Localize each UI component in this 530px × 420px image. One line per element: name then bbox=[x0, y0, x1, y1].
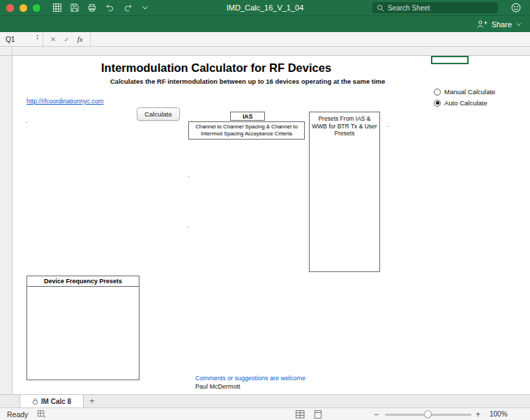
sheet-tab-im-calc-8[interactable]: IM Calc 8 bbox=[20, 395, 84, 407]
radio-off-icon bbox=[434, 89, 441, 96]
row-header-column bbox=[0, 56, 13, 394]
worksheet[interactable]: Intermodulation Calculator for RF Device… bbox=[0, 56, 530, 394]
radio-on-icon bbox=[434, 100, 441, 107]
comments-link[interactable]: Comments or suggestions are welcome bbox=[195, 375, 305, 382]
intermods-table bbox=[388, 126, 388, 127]
status-bar: Ready − + 100% bbox=[0, 407, 530, 420]
title-bar: IMD_Calc_16_V_1_04 Search Sheet bbox=[0, 0, 530, 15]
zoom-slider-thumb[interactable] bbox=[424, 410, 432, 418]
presets-caption: Presets From IAS & WWB for BTR Tx & User… bbox=[310, 112, 379, 137]
save-icon[interactable] bbox=[70, 3, 79, 12]
formula-bar: Q1 ▲▼ ✕ ✓ fx bbox=[0, 32, 530, 47]
excel-grid-icon[interactable] bbox=[53, 3, 61, 12]
manual-calculate-label: Manual Calculate bbox=[444, 88, 495, 96]
user-spacing-table bbox=[188, 177, 189, 177]
share-label: Share bbox=[492, 20, 512, 29]
page-subtitle: Calculates the RF intermodulation betwee… bbox=[110, 77, 385, 85]
ias-criteria-caption: Channel to Channel Spacing & Channel to … bbox=[188, 121, 305, 140]
share-chevron-down-icon bbox=[516, 22, 522, 27]
add-sheet-button[interactable]: + bbox=[89, 396, 95, 406]
close-button[interactable] bbox=[6, 4, 14, 12]
device-frequency-presets-panel: Device Frequency Presets bbox=[26, 276, 139, 380]
normal-view-icon[interactable] bbox=[296, 410, 305, 419]
select-all-corner[interactable] bbox=[0, 47, 13, 55]
enter-check-icon[interactable]: ✓ bbox=[63, 36, 69, 43]
ias-criteria-table bbox=[188, 139, 189, 140]
page-layout-view-icon[interactable] bbox=[314, 410, 322, 419]
share-person-icon bbox=[477, 20, 487, 29]
search-icon bbox=[377, 4, 384, 12]
toolbar-options-chevron-icon[interactable] bbox=[142, 4, 149, 11]
insert-function-icon[interactable]: fx bbox=[77, 35, 83, 43]
search-placeholder: Search Sheet bbox=[388, 4, 430, 12]
minimize-button[interactable] bbox=[20, 4, 27, 12]
device-frequencies-table bbox=[26, 122, 27, 123]
status-grid-icon bbox=[38, 410, 46, 419]
page-title: Intermodulation Calculator for RF Device… bbox=[101, 61, 331, 75]
min-spacing-table bbox=[188, 227, 189, 227]
auto-calculate-label: Auto Calculate bbox=[444, 99, 487, 107]
window-title: IMD_Calc_16_V_1_04 bbox=[227, 3, 304, 12]
status-ready-label: Ready bbox=[7, 410, 28, 419]
calculate-button[interactable]: Calculate bbox=[137, 107, 180, 121]
auto-calculate-radio[interactable]: Auto Calculate bbox=[434, 99, 487, 107]
ribbon-tab-bar: Share bbox=[0, 15, 530, 32]
feedback-smiley-icon[interactable] bbox=[511, 3, 521, 13]
formula-input[interactable] bbox=[91, 32, 530, 46]
undo-icon[interactable] bbox=[105, 3, 114, 12]
fullscreen-button[interactable] bbox=[33, 4, 40, 12]
search-input[interactable]: Search Sheet bbox=[372, 2, 498, 13]
cancel-icon[interactable]: ✕ bbox=[50, 36, 56, 43]
redo-icon[interactable] bbox=[123, 3, 132, 12]
author-name: Paul McDermott bbox=[195, 383, 241, 390]
zoom-in-icon[interactable]: + bbox=[476, 410, 480, 419]
name-box-stepper[interactable]: ▲▼ bbox=[36, 34, 39, 40]
sheet-tab-label: IM Calc 8 bbox=[41, 398, 71, 405]
spacing-presets-panel: Presets From IAS & WWB for BTR Tx & User… bbox=[309, 112, 380, 272]
ias-header-cell: IAS bbox=[230, 112, 265, 121]
traffic-lights bbox=[0, 4, 40, 12]
zoom-level-label: 100% bbox=[490, 410, 508, 418]
name-box-value: Q1 bbox=[6, 36, 15, 43]
name-box[interactable]: Q1 ▲▼ bbox=[0, 32, 43, 46]
sheet-tab-bar: IM Calc 8 + bbox=[0, 394, 530, 407]
manual-calculate-radio[interactable]: Manual Calculate bbox=[434, 88, 495, 96]
print-icon[interactable] bbox=[88, 3, 96, 12]
website-link[interactable]: http://rfcoordinationnyc.com bbox=[26, 98, 104, 105]
column-header-row bbox=[0, 47, 530, 56]
zoom-out-icon[interactable]: − bbox=[374, 410, 379, 419]
device-frequency-presets-title: Device Frequency Presets bbox=[27, 276, 139, 287]
share-button[interactable]: Share bbox=[477, 20, 522, 29]
lock-icon bbox=[32, 398, 38, 405]
